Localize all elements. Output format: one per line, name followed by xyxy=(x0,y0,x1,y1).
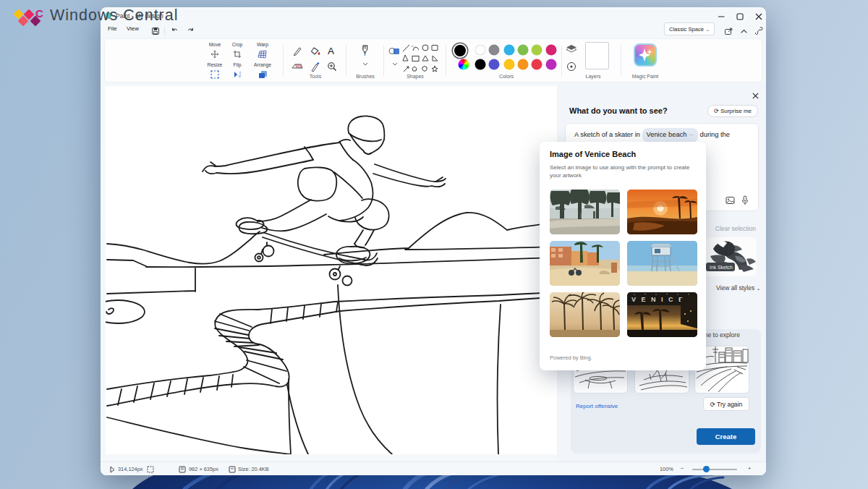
svg-text:Ink Sketch: Ink Sketch xyxy=(710,265,733,270)
svg-text:C: C xyxy=(35,7,43,20)
svg-text:VENICE: VENICE xyxy=(631,296,689,303)
